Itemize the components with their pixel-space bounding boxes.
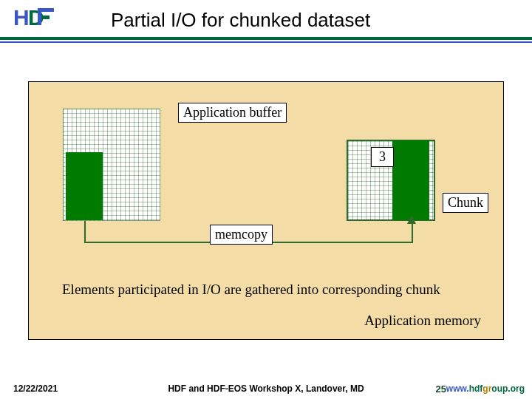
- application-buffer-label: Application buffer: [178, 103, 287, 123]
- hdf-logo: H D: [13, 3, 58, 33]
- footer-url: www.hdfgroup.org: [446, 383, 525, 394]
- memcopy-label: memcopy: [210, 225, 273, 245]
- diagram-frame: Application buffer 3 Chunk memcopy Eleme…: [28, 81, 504, 340]
- footer-venue: HDF and HDF-EOS Workshop X, Landover, MD: [168, 383, 364, 394]
- chunk-number-label: 3: [371, 147, 394, 167]
- diagram-caption: Elements participated in I/O are gathere…: [62, 282, 440, 298]
- slide-footer: 12/22/2021 HDF and HDF-EOS Workshop X, L…: [0, 378, 532, 399]
- arrowhead-icon: [407, 215, 416, 224]
- chunk-label: Chunk: [443, 193, 488, 213]
- slide-title: Partial I/O for chunked dataset: [111, 9, 370, 32]
- application-memory-label: Application memory: [364, 313, 481, 329]
- header-rule-green: [0, 37, 532, 40]
- header-rule-blue: [0, 41, 532, 43]
- footer-page-number: 25: [436, 383, 446, 395]
- svg-text:H: H: [13, 5, 30, 30]
- selected-elements-right: [392, 140, 429, 220]
- footer-date: 12/22/2021: [13, 383, 58, 394]
- selected-elements-left: [66, 152, 103, 220]
- svg-rect-4: [38, 8, 41, 25]
